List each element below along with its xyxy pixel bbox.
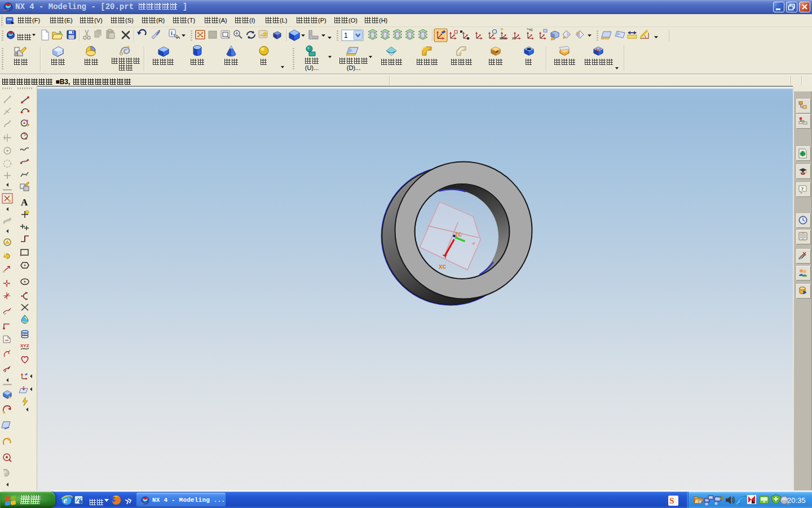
svg-text:XC: XC [439, 264, 447, 270]
svg-text:ZC: ZC [454, 231, 462, 238]
